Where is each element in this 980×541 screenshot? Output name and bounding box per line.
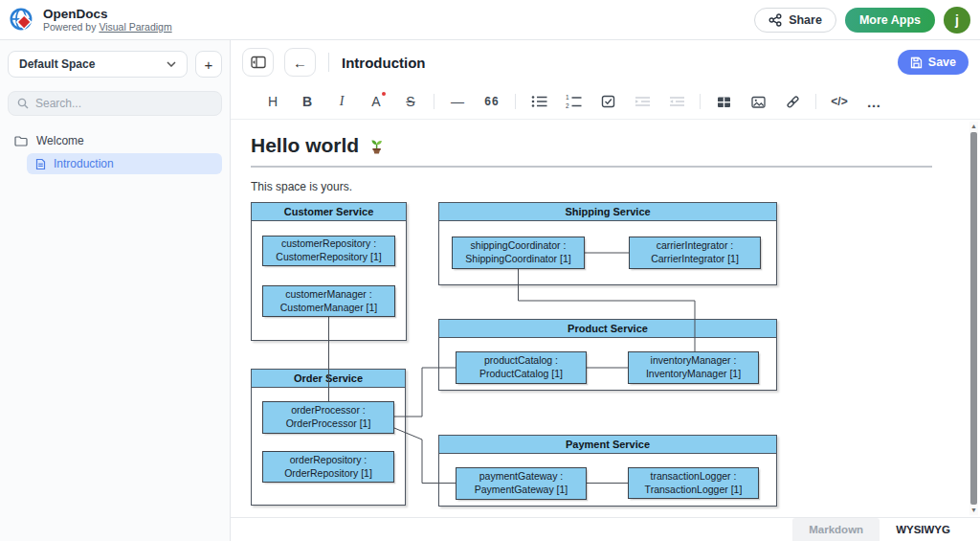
component-diagram-image[interactable]: Customer Service Shipping Service Produc… [251,202,779,510]
sidebar-item-introduction[interactable]: Introduction [27,153,222,174]
component-inventory-manager: inventoryManager : InventoryManager [1] [628,351,759,384]
app-header: OpenDocs Powered by Visual Paradigm Shar… [0,0,980,40]
service-title: Shipping Service [439,203,776,221]
space-selector[interactable]: Default Space [8,51,188,78]
document-icon [35,158,46,170]
service-box-customer: Customer Service [251,202,407,341]
toolbar-divider [700,94,701,109]
color-dot [382,92,386,96]
editor-scrollbar[interactable]: ▲ ▼ [969,122,978,515]
component-payment-gateway: paymentGateway : PaymentGateway [1] [456,467,587,500]
header-actions: Share More Apps j [754,7,970,34]
doc-paragraph: This space is yours. [251,180,946,193]
more-apps-button[interactable]: More Apps [845,8,935,33]
save-icon [910,56,923,69]
blockquote-button[interactable]: 66 [475,89,509,114]
app-name: OpenDocs [43,7,172,22]
tab-markdown[interactable]: Markdown [792,518,880,541]
component-customer-manager: customerManager : CustomerManager [1] [262,285,395,317]
folder-icon [14,135,28,147]
toolbar-divider [815,94,816,109]
heading-rule [251,166,932,168]
search-box[interactable] [8,91,222,116]
task-list-button[interactable] [590,89,625,114]
toolbar-divider [434,94,434,109]
save-button[interactable]: Save [898,50,969,75]
page-tree: Welcome Introduction [8,130,222,174]
link-button[interactable] [775,89,810,114]
outdent-button[interactable] [659,89,694,114]
tab-wysiwyg[interactable]: WYSIWYG [880,518,967,541]
divider [328,53,329,72]
service-title: Payment Service [439,436,776,454]
opendocs-logo-icon [8,6,36,34]
toolbar-divider [515,94,516,109]
seedling-emoji-icon [367,136,387,155]
sidebar-item-welcome[interactable]: Welcome [8,130,222,151]
share-icon [768,13,782,27]
bullet-list-button[interactable] [522,89,556,114]
search-icon [17,98,29,109]
table-button[interactable] [706,89,741,114]
sidebar: Default Space + [0,40,231,541]
back-button[interactable]: ← [284,48,316,77]
svg-text:2: 2 [566,102,569,109]
svg-text:1: 1 [566,95,569,101]
scroll-up-icon[interactable]: ▲ [970,122,977,131]
service-title: Product Service [439,320,776,338]
page-title: Introduction [342,55,425,71]
component-order-repository: orderRepository : OrderRepository [1] [262,451,394,483]
service-box-order: Order Service [251,369,406,506]
numbered-list-button[interactable]: 1 2 [556,89,590,114]
code-button[interactable]: </> [822,89,857,114]
editor-area[interactable]: Hello world This space is yours. [231,120,980,517]
toggle-sidebar-button[interactable] [242,48,274,77]
indent-button[interactable] [625,89,659,114]
scrollbar-thumb[interactable] [970,132,977,505]
share-button[interactable]: Share [754,8,836,33]
main-panel: ← Introduction Save H B I A [231,40,980,541]
component-product-catalog: productCatalog : ProductCatalog [1] [456,351,587,384]
more-tools-button[interactable]: … [857,89,891,114]
scroll-down-icon[interactable]: ▼ [970,506,977,515]
component-carrier-integrator: carrierIntegrator : CarrierIntegrator [1… [629,237,761,269]
component-shipping-coordinator: shippingCoordinator : ShippingCoordinato… [452,237,585,269]
service-title: Customer Service [252,203,406,221]
search-input[interactable] [35,97,212,110]
italic-button[interactable]: I [324,89,359,114]
text-color-button[interactable]: A [359,89,393,114]
user-avatar[interactable]: j [944,7,970,34]
bold-button[interactable]: B [290,89,324,114]
doc-heading: Hello world [251,134,946,157]
strikethrough-button[interactable]: S [393,89,428,114]
chevron-down-icon [167,61,176,67]
powered-by: Powered by Visual Paradigm [43,21,172,33]
back-arrow-icon: ← [293,55,307,71]
service-title: Order Service [252,370,405,388]
horizontal-rule-button[interactable]: — [440,89,475,114]
image-button[interactable] [741,89,775,114]
editor-footer: Markdown WYSIWYG [231,517,980,541]
add-space-button[interactable]: + [195,51,222,78]
component-customer-repository: customerRepository : CustomerRepository … [262,236,395,266]
heading-button[interactable]: H [256,89,290,114]
doc-header: ← Introduction Save [231,40,980,84]
component-transaction-logger: transactionLogger : TransactionLogger [1… [628,467,759,499]
editor-toolbar: H B I A S — 66 1 2 [231,84,980,120]
visual-paradigm-link[interactable]: Visual Paradigm [99,21,171,33]
component-order-processor: orderProcessor : OrderProcessor [1] [262,401,394,434]
brand: OpenDocs Powered by Visual Paradigm [43,7,172,34]
